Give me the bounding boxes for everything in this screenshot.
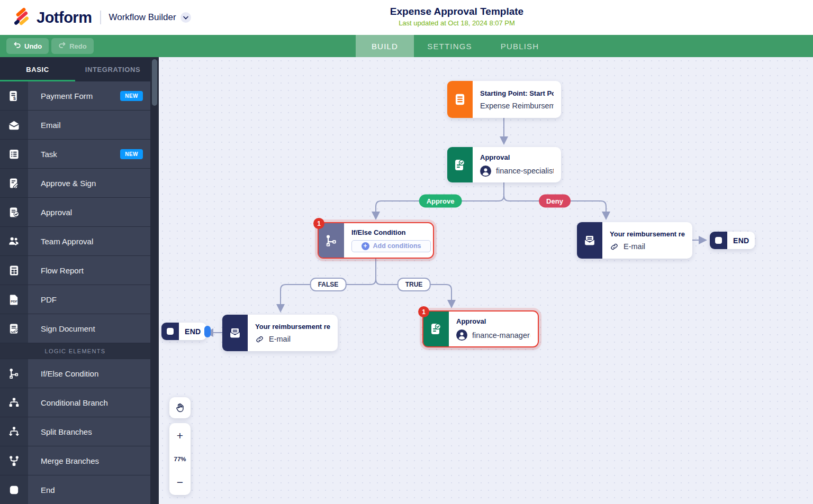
sidebar-item-approve-sign[interactable]: Approve & Sign	[0, 169, 150, 198]
payment-form-icon: $	[0, 81, 28, 110]
node-email-deny[interactable]: Your reimbursement request E-mail	[577, 222, 692, 259]
undo-button[interactable]: Undo	[6, 38, 49, 54]
node-assignee: finance-manager@co...	[456, 329, 530, 341]
edge-label-deny[interactable]: Deny	[539, 195, 571, 208]
node-starting-point[interactable]: Starting Point: Start Point Expense Reim…	[447, 81, 561, 118]
sidebar-item-payment-form[interactable]: $Payment FormNEW	[0, 81, 150, 111]
edge-label-approve[interactable]: Approve	[419, 195, 462, 208]
pan-tool-button[interactable]	[169, 397, 191, 418]
add-conditions-label: Add conditions	[373, 242, 421, 250]
logic-elements-header: LOGIC ELEMENTS	[0, 343, 150, 359]
conditional-branch-icon	[0, 388, 28, 417]
sidebar-item-if-else-condition[interactable]: If/Else Condition	[0, 359, 150, 388]
workflow-canvas[interactable]: Starting Point: Start Point Expense Reim…	[159, 57, 813, 504]
node-end-deny[interactable]: END	[710, 232, 755, 249]
sidebar-item-label: PDF	[28, 285, 150, 314]
sidebar-item-merge-branches[interactable]: Merge Branches	[0, 446, 150, 475]
zoom-controls: + 77% −	[169, 423, 191, 495]
sidebar-scrollbar-thumb[interactable]	[152, 59, 157, 106]
sidebar-item-label: Flow Report	[28, 256, 150, 285]
sidebar-item-pdf[interactable]: PDFPDF	[0, 285, 150, 314]
jotform-logo-icon	[12, 7, 31, 29]
edge-label-false[interactable]: FALSE	[310, 278, 347, 291]
link-icon	[255, 335, 264, 344]
node-email-false[interactable]: Your reimbursement request E-mail	[222, 315, 338, 351]
sidebar-item-email[interactable]: Email	[0, 111, 150, 140]
page-title[interactable]: Expense Approval Template	[390, 6, 523, 17]
logic-elements-list: If/Else ConditionConditional BranchSplit…	[0, 359, 159, 504]
node-title: Approval	[480, 153, 554, 161]
new-badge: NEW	[120, 149, 143, 159]
sidebar-item-split-branches[interactable]: Split Branches	[0, 417, 150, 446]
jotform-home-link[interactable]: Jotform	[12, 7, 92, 29]
node-approval-specialist[interactable]: Approval finance-specialist@co...	[447, 147, 561, 182]
product-switcher[interactable]: Workflow Builder	[109, 12, 191, 23]
avatar-icon	[456, 329, 467, 341]
email-icon	[577, 222, 602, 259]
node-if-else-condition[interactable]: 1 If/Else Condition + Add conditions	[318, 222, 434, 259]
end-icon	[161, 323, 179, 340]
approval-icon	[447, 147, 473, 182]
assignee-email: finance-specialist@co...	[496, 167, 554, 175]
sidebar-item-label: Sign Document	[28, 314, 150, 343]
node-title: Approval	[456, 317, 530, 325]
connection-handle[interactable]	[204, 326, 211, 337]
sidebar-item-flow-report[interactable]: Flow Report	[0, 256, 150, 285]
node-end-false[interactable]: END	[161, 323, 206, 340]
zoom-in-button[interactable]: +	[169, 425, 191, 446]
edge-label-true[interactable]: TRUE	[398, 278, 431, 291]
zoom-out-button[interactable]: −	[169, 472, 191, 493]
sign-document-icon	[0, 314, 28, 343]
sidebar-scrollbar[interactable]	[150, 57, 159, 504]
sidebar-item-label: Merge Branches	[28, 446, 150, 475]
tab-build[interactable]: BUILD	[356, 35, 414, 57]
sidebar-item-label: End	[28, 475, 150, 504]
tab-publish[interactable]: PUBLISH	[485, 35, 554, 57]
svg-text:$: $	[13, 95, 16, 100]
hand-icon	[175, 402, 185, 413]
header-divider	[100, 11, 101, 24]
sidebar-item-label: Split Branches	[28, 417, 150, 446]
node-subtitle: Expense Reimbursement F...	[480, 102, 554, 110]
node-title: Your reimbursement request	[610, 230, 685, 238]
sidebar-item-team-approval[interactable]: Team Approval	[0, 227, 150, 256]
sidebar-item-sign-document[interactable]: Sign Document	[0, 314, 150, 343]
sidebar-item-label: Approval	[28, 198, 150, 226]
node-subtitle: E-mail	[255, 335, 330, 344]
task-icon	[0, 140, 28, 168]
tab-settings[interactable]: SETTINGS	[414, 35, 485, 57]
approve-sign-icon	[0, 169, 28, 197]
sidebar-item-task[interactable]: TaskNEW	[0, 140, 150, 169]
tab-integrations[interactable]: INTEGRATIONS	[75, 57, 150, 81]
node-assignee: finance-specialist@co...	[480, 166, 554, 177]
sidebar-item-label: Conditional Branch	[28, 388, 150, 417]
redo-button[interactable]: Redo	[51, 38, 94, 54]
sidebar-item-end[interactable]: End	[0, 475, 150, 504]
sidebar-item-label: Payment Form	[28, 81, 120, 110]
avatar-icon	[480, 166, 491, 177]
node-title: If/Else Condition	[351, 228, 426, 236]
product-name: Workflow Builder	[109, 12, 176, 23]
chevron-down-icon	[180, 12, 191, 23]
builder-mode-tabs: BUILD SETTINGS PUBLISH	[356, 35, 554, 57]
email-icon	[0, 111, 28, 139]
zoom-level: 77%	[174, 456, 186, 462]
pdf-icon: PDF	[0, 285, 28, 314]
plus-icon: +	[362, 242, 369, 250]
sidebar-tabs: BASIC INTEGRATIONS	[0, 57, 150, 81]
workflow-connectors	[159, 57, 813, 504]
sidebar-item-conditional-branch[interactable]: Conditional Branch	[0, 388, 150, 417]
end-label: END	[179, 327, 206, 336]
add-conditions-button[interactable]: + Add conditions	[351, 240, 431, 252]
email-icon	[222, 315, 248, 351]
form-icon	[447, 81, 473, 118]
approval-icon	[423, 311, 449, 346]
node-title: Your reimbursement request	[255, 323, 330, 331]
basic-elements-list: $Payment FormNEWEmailTaskNEWApprove & Si…	[0, 81, 159, 343]
tab-basic[interactable]: BASIC	[0, 57, 75, 81]
node-title: Starting Point: Start Point	[480, 89, 554, 97]
undo-icon	[13, 41, 21, 51]
sidebar-item-approval[interactable]: Approval	[0, 198, 150, 227]
split-branch-icon	[0, 417, 28, 446]
node-approval-manager[interactable]: 1 Approval finance-manager@co...	[422, 310, 539, 347]
